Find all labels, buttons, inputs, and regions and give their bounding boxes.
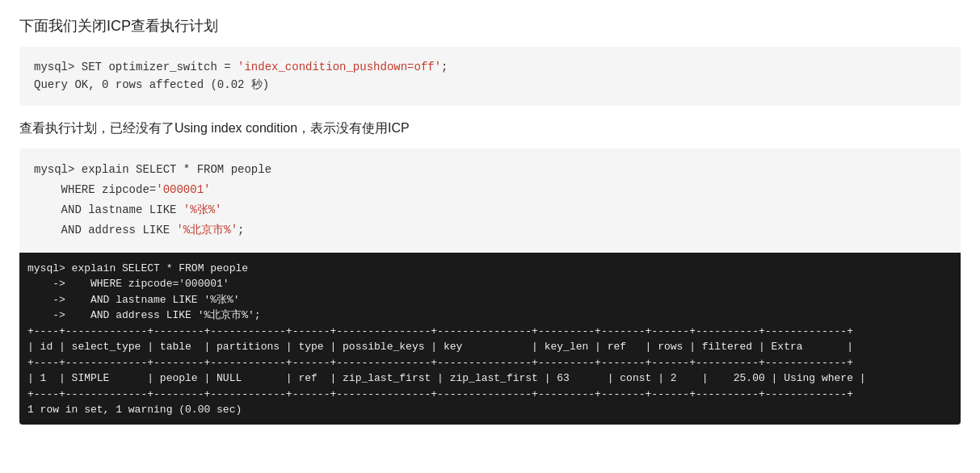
terminal-output: mysql> explain SELECT * FROM people -> W… (19, 253, 961, 425)
mysql-prompt-1: mysql> (34, 61, 82, 73)
code-block-explain-query: mysql> explain SELECT * FROM people WHER… (19, 149, 961, 253)
heading-no-icp: 查看执行计划，已经没有了Using index condition，表示没有使用… (19, 120, 961, 137)
code-block-set-switch: mysql> SET optimizer_switch = 'index_con… (19, 47, 961, 106)
mysql-prompt-2: mysql> (34, 163, 82, 176)
heading-close-icp: 下面我们关闭ICP查看执行计划 (19, 16, 961, 36)
